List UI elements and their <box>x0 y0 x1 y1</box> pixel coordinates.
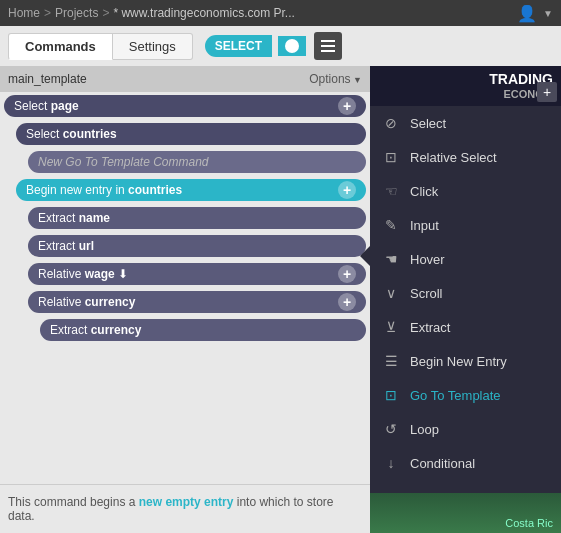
begin-icon: ☰ <box>382 352 400 370</box>
menu-item-go-to-template[interactable]: ⊡ Go To Template <box>370 378 561 412</box>
hamburger-line1 <box>321 40 335 42</box>
menu-item-select[interactable]: ⊘ Select <box>370 106 561 140</box>
command-pill-extract-currency[interactable]: Extract currency <box>40 319 366 341</box>
menu-label-begin-new-entry: Begin New Entry <box>410 354 507 369</box>
toggle-switch[interactable] <box>278 36 306 56</box>
left-panel: main_template Options Select page + Sele… <box>0 66 370 533</box>
menu-label-extract: Extract <box>410 320 450 335</box>
command-pill-relative-wage[interactable]: Relative wage ⬇ + <box>28 263 366 285</box>
breadcrumb-current: * www.tradingeconomics.com Pr... <box>113 6 294 20</box>
right-panel: TRADING ECONOM + ⊘ Select ⊡ Relative Sel… <box>370 66 561 533</box>
command-pill-select-page[interactable]: Select page + <box>4 95 366 117</box>
template-header: main_template Options <box>0 66 370 92</box>
main-content: main_template Options Select page + Sele… <box>0 66 561 533</box>
menu-item-relative-select[interactable]: ⊡ Relative Select <box>370 140 561 174</box>
options-button[interactable]: Options <box>309 72 362 86</box>
menu-label-go-to-template: Go To Template <box>410 388 501 403</box>
menu-label-loop: Loop <box>410 422 439 437</box>
tabs-bar: Commands Settings SELECT <box>0 26 561 66</box>
add-begin-entry-button[interactable]: + <box>338 181 356 199</box>
menu-item-click[interactable]: ☜ Click <box>370 174 561 208</box>
command-pill-extract-name[interactable]: Extract name <box>28 207 366 229</box>
map-area: Costa Ric <box>370 493 561 533</box>
list-item[interactable]: Relative currency + <box>0 288 370 316</box>
logo-plus-button[interactable]: + <box>537 82 557 102</box>
scroll-icon: ∨ <box>382 284 400 302</box>
menu-label-input: Input <box>410 218 439 233</box>
command-pill-relative-currency[interactable]: Relative currency + <box>28 291 366 313</box>
list-item[interactable]: Extract name <box>0 204 370 232</box>
template-icon: ⊡ <box>382 386 400 404</box>
command-pill-extract-url[interactable]: Extract url <box>28 235 366 257</box>
command-tree: Select page + Select countries New Go To… <box>0 92 370 484</box>
rel-select-icon: ⊡ <box>382 148 400 166</box>
toggle-switch-inner <box>285 39 299 53</box>
info-prefix: This command begins a <box>8 495 139 509</box>
menu-label-relative-select: Relative Select <box>410 150 497 165</box>
loop-icon: ↺ <box>382 420 400 438</box>
menu-item-scroll[interactable]: ∨ Scroll <box>370 276 561 310</box>
add-select-page-button[interactable]: + <box>338 97 356 115</box>
avatar-dropdown-icon[interactable]: ▼ <box>543 8 553 19</box>
menu-item-conditional[interactable]: ↓ Conditional <box>370 446 561 480</box>
info-highlight: new empty entry <box>139 495 234 509</box>
list-item[interactable]: New Go To Template Command <box>0 148 370 176</box>
menu-item-extract[interactable]: ⊻ Extract <box>370 310 561 344</box>
toggle-select-button[interactable]: SELECT <box>205 35 272 57</box>
menu-label-hover: Hover <box>410 252 445 267</box>
menu-item-begin-new-entry[interactable]: ☰ Begin New Entry <box>370 344 561 378</box>
hover-icon: ☚ <box>382 250 400 268</box>
menu-label-scroll: Scroll <box>410 286 443 301</box>
map-label: Costa Ric <box>505 517 553 529</box>
menu-item-hover[interactable]: ☚ Hover <box>370 242 561 276</box>
info-text: This command begins a new empty entry in… <box>0 484 370 533</box>
breadcrumb-bar: Home > Projects > * www.tradingeconomics… <box>0 0 561 26</box>
menu-list: ⊘ Select ⊡ Relative Select ☜ Click ✎ Inp… <box>370 106 561 493</box>
list-item[interactable]: Select page + <box>0 92 370 120</box>
list-item[interactable]: Select countries <box>0 120 370 148</box>
breadcrumb-projects[interactable]: Projects <box>55 6 98 20</box>
breadcrumb-sep1: > <box>44 6 51 20</box>
extract-icon: ⊻ <box>382 318 400 336</box>
menu-label-select: Select <box>410 116 446 131</box>
list-item[interactable]: Relative wage ⬇ + <box>0 260 370 288</box>
cursor-icon: ⊘ <box>382 114 400 132</box>
input-icon: ✎ <box>382 216 400 234</box>
avatar-icon[interactable]: 👤 <box>517 4 537 23</box>
add-relative-currency-button[interactable]: + <box>338 293 356 311</box>
menu-item-stop[interactable]: ○ Stop <box>370 480 561 493</box>
list-item[interactable]: Extract currency <box>0 316 370 344</box>
menu-item-loop[interactable]: ↺ Loop <box>370 412 561 446</box>
conditional-icon: ↓ <box>382 454 400 472</box>
click-icon: ☜ <box>382 182 400 200</box>
breadcrumb-home[interactable]: Home <box>8 6 40 20</box>
menu-label-conditional: Conditional <box>410 456 475 471</box>
hamburger-line2 <box>321 45 335 47</box>
tab-settings[interactable]: Settings <box>113 33 193 60</box>
list-item[interactable]: Begin new entry in countries + <box>0 176 370 204</box>
hamburger-line3 <box>321 50 335 52</box>
tab-commands[interactable]: Commands <box>8 33 113 60</box>
breadcrumb-sep2: > <box>102 6 109 20</box>
hamburger-button[interactable] <box>314 32 342 60</box>
menu-item-input[interactable]: ✎ Input <box>370 208 561 242</box>
add-relative-wage-button[interactable]: + <box>338 265 356 283</box>
template-name: main_template <box>8 72 87 86</box>
command-pill-select-countries[interactable]: Select countries <box>16 123 366 145</box>
command-pill-begin-entry[interactable]: Begin new entry in countries + <box>16 179 366 201</box>
toggle-wrap: SELECT <box>205 32 342 60</box>
menu-label-click: Click <box>410 184 438 199</box>
command-pill-goto-template[interactable]: New Go To Template Command <box>28 151 366 173</box>
logo-area: TRADING ECONOM + <box>370 66 561 106</box>
list-item[interactable]: Extract url <box>0 232 370 260</box>
